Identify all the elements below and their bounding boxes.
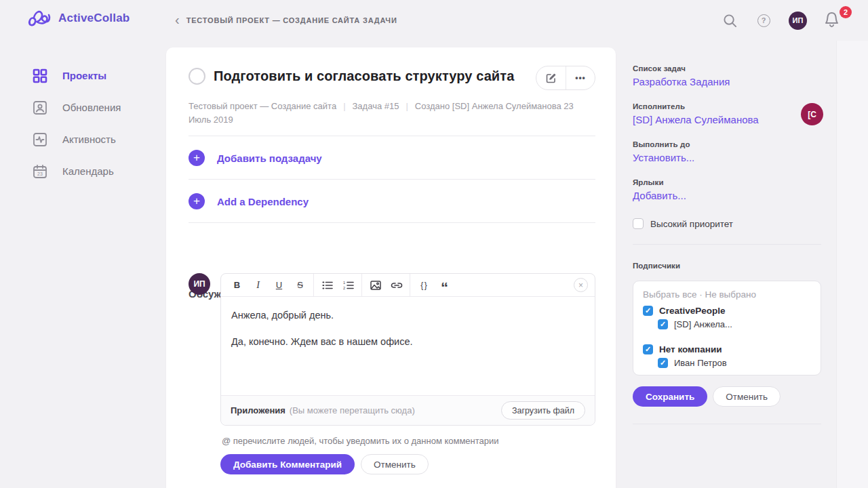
sidebar-item-calendar[interactable]: 23 Календарь: [0, 155, 166, 187]
checkbox-checked-icon: ✓: [658, 358, 668, 368]
task-panel: Подготовить и согласовать структуру сайт…: [166, 47, 616, 488]
editor-toolbar: B I U S 1 2: [221, 274, 595, 297]
sidebar-item-activity[interactable]: Активность: [0, 123, 166, 155]
due-date-field: Выполнить до Установить...: [633, 140, 694, 163]
labels-field: Ярлыки Добавить...: [633, 178, 686, 201]
task-title-row: Подготовить и согласовать структуру сайт…: [189, 68, 595, 85]
add-subtask-button[interactable]: + Добавить подзадачу: [189, 150, 322, 166]
high-priority-label: Высокий приоритет: [650, 219, 733, 229]
underline-button[interactable]: U: [269, 276, 290, 295]
meta-project: Тестовый проект — Создание сайта: [189, 101, 336, 111]
back-chevron-icon[interactable]: ‹: [175, 13, 180, 26]
high-priority-checkbox[interactable]: Высокий приоритет: [633, 218, 733, 229]
insert-image-button[interactable]: [365, 276, 386, 295]
sidebar-item-label: Активность: [62, 134, 116, 145]
add-dependency-button[interactable]: + Add a Dependency: [189, 193, 309, 209]
activecollab-logo-icon: [27, 8, 52, 28]
task-complete-checkbox[interactable]: [189, 68, 205, 85]
divider: [189, 179, 595, 180]
edit-task-button[interactable]: [536, 66, 566, 89]
bold-button[interactable]: B: [226, 276, 248, 295]
bullet-list-button[interactable]: [317, 276, 338, 295]
task-list-field: Список задач Разработка Задания: [633, 64, 730, 87]
assignee-field: Исполнитель [SD] Анжела Сулейманова: [633, 102, 759, 125]
left-sidebar: Проекты Обновления Активность 23: [0, 60, 166, 187]
subscriber-group-row[interactable]: ✓ Нет компании: [643, 344, 811, 354]
task-list-label: Список задач: [633, 64, 730, 73]
subscriber-group-name: Нет компании: [659, 344, 722, 354]
attachments-label: Приложения: [231, 405, 285, 415]
scroll-gutter: [836, 41, 868, 488]
updates-icon: [33, 100, 47, 115]
sidebar-item-projects[interactable]: Проекты: [0, 60, 166, 92]
labels-value[interactable]: Добавить...: [633, 190, 686, 201]
add-dependency-label: Add a Dependency: [217, 196, 309, 207]
breadcrumb-label: ТЕСТОВЫЙ ПРОЕКТ — СОЗДАНИЕ САЙТА ЗАДАЧИ: [186, 16, 397, 24]
checkbox-icon: [633, 218, 644, 229]
insert-link-button[interactable]: [386, 276, 407, 295]
svg-text:1: 1: [343, 281, 345, 285]
logo-text: ActiveCollab: [58, 12, 130, 25]
assignee-value[interactable]: [SD] Анжела Сулейманова: [633, 114, 759, 125]
numbered-list-button[interactable]: 1 2: [338, 276, 359, 295]
checkbox-checked-icon: ✓: [643, 344, 653, 354]
comment-editor: B I U S 1 2: [220, 273, 595, 426]
svg-text:2: 2: [343, 286, 345, 290]
assignee-avatar[interactable]: [C: [801, 103, 823, 125]
sidebar-item-label: Календарь: [62, 165, 114, 177]
subscriber-member-row[interactable]: ✓ [SD] Анжела...: [658, 319, 811, 329]
plus-icon: +: [189, 193, 205, 209]
attachments-dropzone[interactable]: Приложения (Вы можете перетащить сюда) З…: [221, 395, 595, 425]
italic-button[interactable]: I: [248, 276, 269, 295]
subscriber-member-row[interactable]: ✓ Иван Петров: [658, 358, 811, 368]
cancel-comment-button[interactable]: Отменить: [361, 454, 429, 474]
top-header: ActiveCollab ‹ ТЕСТОВЫЙ ПРОЕКТ — СОЗДАНИ…: [0, 0, 868, 41]
assignee-label: Исполнитель: [633, 102, 759, 110]
notifications-button[interactable]: 2: [823, 10, 841, 30]
activity-icon: [33, 132, 47, 147]
composer-actions: Добавить Комментарий Отменить: [220, 454, 429, 474]
quote-button[interactable]: “: [434, 276, 455, 295]
comment-textarea[interactable]: Анжела, добрый день. Да, конечно. Ждем в…: [221, 297, 595, 373]
save-subscribers-button[interactable]: Сохранить: [633, 386, 707, 407]
task-list-value[interactable]: Разработка Задания: [633, 76, 730, 87]
activecollab-logo[interactable]: ActiveCollab: [27, 8, 130, 28]
mention-hint: @ перечислите людей, чтобы уведомить их …: [222, 436, 499, 446]
edit-pencil-icon: [545, 73, 557, 84]
subscribers-heading: Подписчики: [633, 262, 680, 270]
bullet-list-icon: [322, 281, 333, 290]
subscriber-group-name: CreativePeople: [659, 306, 726, 316]
close-editor-icon[interactable]: ×: [574, 278, 588, 292]
code-button[interactable]: { }: [413, 276, 434, 295]
due-date-value[interactable]: Установить...: [633, 152, 694, 163]
checkbox-checked-icon: ✓: [643, 306, 653, 316]
subscriber-member-name: Иван Петров: [674, 358, 727, 368]
divider: [633, 424, 821, 424]
add-comment-button[interactable]: Добавить Комментарий: [220, 454, 355, 474]
user-avatar[interactable]: ИП: [789, 12, 807, 30]
subscriber-group-row[interactable]: ✓ CreativePeople: [643, 306, 811, 316]
help-icon[interactable]: ?: [755, 12, 772, 29]
task-actions: •••: [536, 66, 595, 90]
subscribers-card: Выбрать все · Не выбрано ✓ CreativePeopl…: [633, 281, 821, 375]
comment-line: Анжела, добрый день.: [231, 308, 585, 322]
breadcrumb[interactable]: ‹ ТЕСТОВЫЙ ПРОЕКТ — СОЗДАНИЕ САЙТА ЗАДАЧ…: [175, 0, 397, 41]
grid-icon: [33, 68, 47, 83]
svg-text:23: 23: [37, 171, 43, 176]
numbered-list-icon: 1 2: [343, 281, 354, 290]
sidebar-item-updates[interactable]: Обновления: [0, 92, 166, 123]
subscribers-actions: Сохранить Отменить: [633, 386, 781, 407]
more-options-icon: •••: [575, 73, 586, 83]
comment-line: Да, конечно. Ждем вас в нашем офисе.: [231, 335, 585, 348]
checkbox-checked-icon: ✓: [658, 319, 668, 329]
subscriber-member-name: [SD] Анжела...: [674, 319, 732, 329]
subscribers-select-all[interactable]: Выбрать все · Не выбрано: [643, 289, 811, 300]
cancel-subscribers-button[interactable]: Отменить: [713, 386, 781, 407]
labels-label: Ярлыки: [633, 178, 686, 186]
more-options-button[interactable]: •••: [566, 66, 595, 89]
upload-file-button[interactable]: Загрузить файл: [501, 401, 585, 420]
search-icon[interactable]: [721, 12, 738, 29]
strikethrough-button[interactable]: S: [290, 276, 311, 295]
divider: [189, 136, 595, 136]
sidebar-item-label: Обновления: [62, 102, 121, 113]
